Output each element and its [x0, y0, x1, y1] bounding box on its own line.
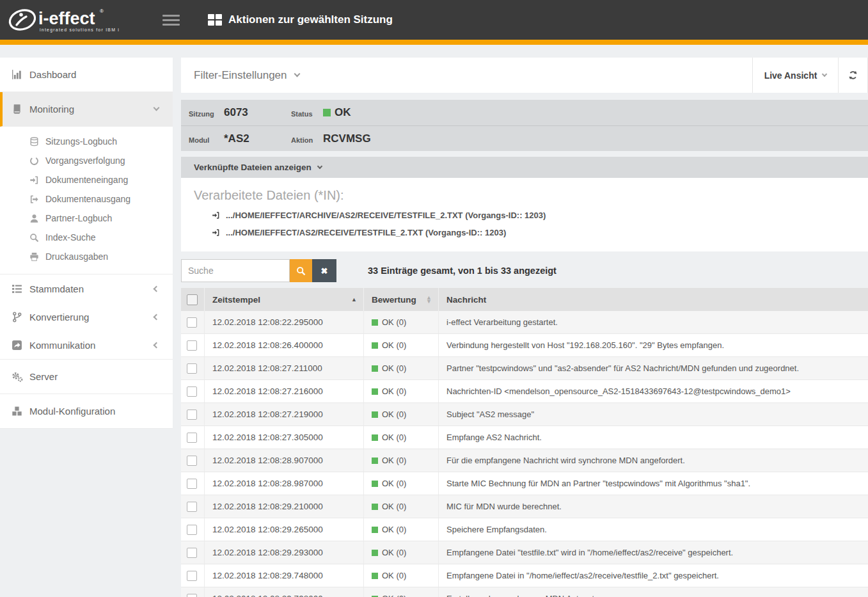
- refresh-icon: [848, 70, 858, 81]
- table-row[interactable]: 12.02.2018 12:08:22.295000 OK (0) i-effe…: [181, 311, 868, 334]
- row-checkbox[interactable]: [187, 479, 197, 489]
- status-ok-icon: [372, 481, 378, 487]
- sidebar-subitem-druckausgaben[interactable]: Druckausgaben: [0, 247, 173, 266]
- table-row[interactable]: 12.02.2018 12:08:28.907000 OK (0) Für di…: [181, 449, 868, 472]
- table-row[interactable]: 12.02.2018 12:08:28.987000 OK (0) Starte…: [181, 472, 868, 495]
- row-message: Empfangene Datei "testfile.txt" wird in …: [438, 541, 868, 564]
- linked-files-toggle[interactable]: Verknüpfte Dateien anzeigen: [181, 157, 868, 178]
- chevron-down-icon: [294, 71, 300, 77]
- column-header-nachricht[interactable]: Nachricht: [438, 288, 868, 311]
- conversion-icon: [12, 312, 29, 322]
- row-timestamp: 12.02.2018 12:08:29.265000: [204, 518, 363, 541]
- file-link[interactable]: .../HOME/IEFFECT/ARCHIVE/AS2/RECEIVE/TES…: [212, 211, 855, 220]
- row-rating: OK (0): [363, 541, 438, 564]
- sidebar-subitem-vorgangsverfolgung[interactable]: Vorgangsverfolgung: [0, 151, 173, 170]
- sort-icon[interactable]: ▲▼: [426, 296, 432, 303]
- row-timestamp: 12.02.2018 12:08:29.293000: [204, 541, 363, 564]
- row-checkbox[interactable]: [187, 571, 197, 581]
- row-rating: OK (0): [363, 518, 438, 541]
- table-row[interactable]: 12.02.2018 12:08:29.210000 OK (0) MIC fü…: [181, 495, 868, 518]
- row-checkbox[interactable]: [187, 410, 197, 420]
- ieffect-logo[interactable]: i-effect ® integrated solutions for IBM …: [6, 4, 142, 35]
- status-ok-icon: [372, 365, 378, 372]
- monitoring-submenu: Sitzungs-Logbuch Vorgangsverfolgung Doku…: [0, 127, 173, 275]
- row-checkbox[interactable]: [187, 525, 197, 535]
- sidebar-item-monitoring[interactable]: Monitoring: [0, 92, 173, 127]
- live-view-dropdown[interactable]: Live Ansicht: [752, 58, 838, 93]
- clear-search-button[interactable]: ✖: [312, 259, 336, 282]
- row-rating: OK (0): [363, 311, 438, 333]
- table-row[interactable]: 12.02.2018 12:08:29.293000 OK (0) Empfan…: [181, 541, 868, 564]
- status-ok-icon: [372, 434, 378, 441]
- chevron-left-icon: [154, 342, 160, 348]
- status-ok-icon: [372, 527, 378, 533]
- grid-icon: [208, 14, 222, 26]
- session-id-value: 6073: [224, 106, 291, 119]
- log-table: Zeitstempel ▲ Bewertung ▲▼ Nachricht: [181, 288, 868, 597]
- sidebar-subitem-dokumenteneingang[interactable]: Dokumenteneingang: [0, 170, 173, 189]
- status-ok-icon: [372, 458, 378, 464]
- select-all-checkbox[interactable]: [187, 294, 198, 305]
- refresh-button[interactable]: [838, 58, 868, 93]
- row-checkbox[interactable]: [187, 502, 197, 512]
- row-rating: OK (0): [363, 403, 438, 426]
- hamburger-menu-icon[interactable]: [162, 12, 180, 28]
- chevron-left-icon: [154, 314, 160, 320]
- row-rating: OK (0): [363, 587, 438, 597]
- row-message: Partner "testpcwindows" und "as2-absende…: [438, 357, 868, 379]
- sidebar-subitem-partner-logbuch[interactable]: Partner-Logbuch: [0, 209, 173, 228]
- table-row[interactable]: 12.02.2018 12:08:29.265000 OK (0) Speich…: [181, 518, 868, 541]
- search-input[interactable]: [181, 259, 290, 282]
- sidebar-item-modul-konfiguration[interactable]: Modul-Konfiguration: [0, 394, 173, 429]
- results-summary: 33 Einträge gesamt, von 1 bis 33 angezei…: [368, 266, 556, 276]
- filter-settings-toggle[interactable]: Filter-Einstellungen: [181, 58, 752, 93]
- row-timestamp: 12.02.2018 12:08:29.798000: [204, 587, 363, 597]
- app-window: i-effect ® integrated solutions for IBM …: [0, 0, 868, 597]
- table-body: 12.02.2018 12:08:22.295000 OK (0) i-effe…: [181, 311, 868, 597]
- row-rating: OK (0): [363, 357, 438, 379]
- sidebar-subitem-index-suche[interactable]: Index-Suche: [0, 228, 173, 247]
- document-in-icon: [212, 228, 220, 237]
- row-message: Erstellung der synchronen MDN Antwort.: [438, 587, 868, 597]
- row-checkbox[interactable]: [187, 317, 197, 328]
- search-button[interactable]: [290, 259, 312, 282]
- table-row[interactable]: 12.02.2018 12:08:27.211000 OK (0) Partne…: [181, 357, 868, 380]
- sidebar-item-stammdaten[interactable]: Stammdaten: [0, 275, 173, 303]
- table-row[interactable]: 12.02.2018 12:08:29.798000 OK (0) Erstel…: [181, 587, 868, 597]
- row-timestamp: 12.02.2018 12:08:27.216000: [204, 380, 363, 402]
- row-checkbox[interactable]: [187, 340, 197, 351]
- table-row[interactable]: 12.02.2018 12:08:26.400000 OK (0) Verbin…: [181, 334, 868, 357]
- sidebar-item-kommunikation[interactable]: Kommunikation: [0, 331, 173, 359]
- module-value: *AS2: [224, 132, 291, 145]
- sidebar-item-konvertierung[interactable]: Konvertierung: [0, 303, 173, 331]
- column-header-bewertung[interactable]: Bewertung ▲▼: [363, 288, 438, 311]
- row-rating: OK (0): [363, 334, 438, 356]
- chevron-left-icon: [154, 285, 160, 292]
- row-checkbox[interactable]: [187, 548, 197, 558]
- index-search-icon: [29, 233, 45, 243]
- sidebar-item-server[interactable]: Server: [0, 360, 173, 394]
- sidebar-subitem-dokumentenausgang[interactable]: Dokumentenausgang: [0, 189, 173, 209]
- row-rating: OK (0): [363, 495, 438, 518]
- file-link[interactable]: .../HOME/IEFFECT/AS2/RECEIVE/TESTFILE_2.…: [212, 228, 855, 237]
- row-checkbox[interactable]: [187, 363, 197, 374]
- session-row-2: Modul *AS2 Aktion RCVMSG: [181, 125, 868, 151]
- session-label: Sitzung: [189, 107, 224, 118]
- row-checkbox[interactable]: [187, 456, 197, 466]
- table-row[interactable]: 12.02.2018 12:08:27.216000 OK (0) Nachri…: [181, 380, 868, 403]
- row-rating: OK (0): [363, 449, 438, 472]
- row-message: MIC für MDN wurde berechnet.: [438, 495, 868, 518]
- sidebar-subitem-sitzungs-logbuch[interactable]: Sitzungs-Logbuch: [0, 132, 173, 151]
- row-checkbox[interactable]: [187, 594, 197, 597]
- table-row[interactable]: 12.02.2018 12:08:27.219000 OK (0) Subjec…: [181, 403, 868, 426]
- column-header-zeitstempel[interactable]: Zeitstempel ▲: [204, 288, 363, 311]
- row-message: Empfange AS2 Nachricht.: [438, 426, 868, 449]
- row-rating: OK (0): [363, 472, 438, 495]
- row-checkbox[interactable]: [187, 386, 197, 397]
- sort-asc-icon[interactable]: ▲: [351, 298, 357, 301]
- row-checkbox[interactable]: [187, 433, 197, 443]
- table-row[interactable]: 12.02.2018 12:08:29.748000 OK (0) Empfan…: [181, 564, 868, 587]
- sidebar-item-dashboard[interactable]: Dashboard: [0, 58, 173, 92]
- table-row[interactable]: 12.02.2018 12:08:27.305000 OK (0) Empfan…: [181, 426, 868, 449]
- table-header: Zeitstempel ▲ Bewertung ▲▼ Nachricht: [181, 288, 868, 311]
